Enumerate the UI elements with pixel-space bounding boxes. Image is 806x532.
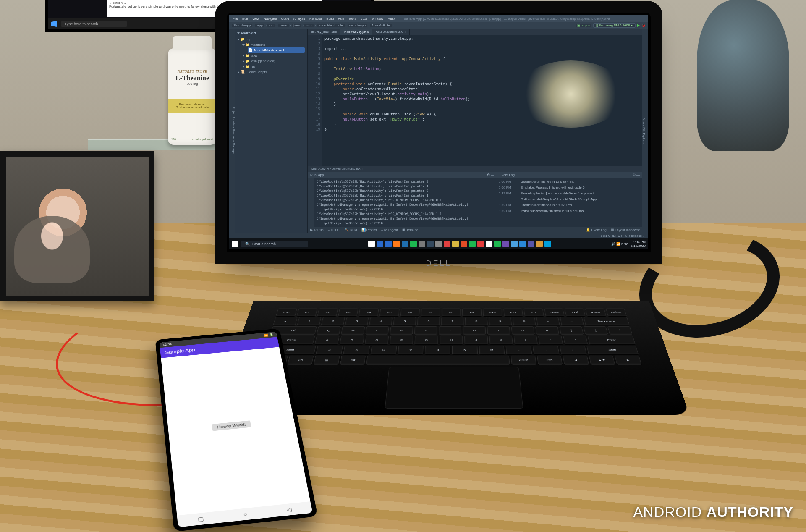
breadcrumb-item[interactable]: app	[255, 24, 264, 27]
menu-vcs[interactable]: VCS	[360, 17, 367, 21]
menu-run[interactable]: Run	[338, 17, 344, 21]
run-panel[interactable]: Run: app⚙ — D/ViewRootImpl@537a52b[MainA…	[308, 172, 497, 227]
taskbar-app-icon[interactable]	[377, 241, 383, 247]
menu-edit[interactable]: Edit	[242, 17, 248, 21]
keyboard-key: F10	[483, 309, 502, 317]
taskbar-search-input[interactable]: 🔍 Start a search	[241, 241, 308, 247]
taskbar-app-icon[interactable]	[410, 241, 417, 247]
keyboard-key: 1	[297, 317, 321, 325]
editor-tab[interactable]: MainActivity.java	[340, 29, 372, 35]
breadcrumb-item[interactable]: java	[292, 24, 301, 27]
taskbar-app-icons[interactable]	[368, 241, 551, 247]
menu-help[interactable]: Help	[387, 17, 394, 21]
right-tool-strip[interactable]: Device File Explorer	[642, 29, 648, 233]
statue	[697, 0, 789, 151]
menu-refactor[interactable]: Refactor	[309, 17, 322, 21]
tool-tab[interactable]: 🔨 Build	[345, 228, 357, 232]
menu-tools[interactable]: Tools	[348, 17, 356, 21]
bottle-count: 120	[171, 138, 176, 141]
editor-tabs[interactable]: activity_main.xmlMainActivity.javaAndroi…	[308, 29, 642, 35]
taskbar-app-icon[interactable]	[427, 241, 434, 247]
event-log-entry[interactable]: 1:32 PMExecuting tasks: [:app:assembleDe…	[499, 191, 641, 202]
taskbar-clock[interactable]: 1:34 PM 6/12/2020	[631, 240, 646, 248]
tool-tab[interactable]: ≡ 6: Logcat	[381, 228, 398, 232]
nav-recent-icon[interactable]: ▢	[197, 516, 204, 522]
taskbar-app-icon[interactable]	[402, 241, 408, 247]
taskbar-app-icon[interactable]	[519, 241, 526, 247]
taskbar-app-icon[interactable]	[528, 241, 534, 247]
keyboard-key: D	[364, 336, 389, 345]
hello-button[interactable]: Howdy World!	[212, 420, 251, 431]
code-text[interactable]: package com.androidauthority.sampleapp; …	[322, 35, 642, 166]
taskbar-app-icon[interactable]	[536, 241, 543, 247]
taskbar-app-icon[interactable]	[486, 241, 492, 247]
settings-icon[interactable]: ⚙ —	[487, 172, 494, 178]
tool-tab[interactable]: ▦ Layout Inspector	[611, 228, 640, 232]
taskbar-app-icon[interactable]	[469, 241, 476, 247]
ide-toolbar[interactable]: SampleApp › app › src › main › java › co…	[229, 22, 648, 29]
taskbar-app-icon[interactable]	[477, 241, 484, 247]
tool-tab[interactable]: 🔔 Event Log	[586, 228, 606, 232]
event-log-panel[interactable]: Event Log⚙ — 1:06 PMGradle build finishe…	[497, 172, 642, 227]
breadcrumb-item[interactable]: androidauthority	[317, 24, 344, 27]
tree-item-manifest[interactable]: 📄 AndroidManifest.xml	[248, 47, 305, 53]
code-editor[interactable]: 1 2 3 4 5 6 7 8 9 10 11 12 13 14 15 16 1…	[308, 35, 642, 166]
breadcrumb[interactable]: SampleApp › app › src › main › java › co…	[232, 24, 394, 27]
windows-taskbar[interactable]: 🔍 Start a search 🔊 📶 ENG 1:34 PM 6/12/20…	[229, 238, 648, 249]
editor-breadcrumb[interactable]: MainActivity › onHelloButtonClick()	[308, 166, 642, 172]
project-tree[interactable]: Android ▾ 📁 app 📁 manifests 📄 AndroidMan…	[235, 29, 308, 233]
taskbar-app-icon[interactable]	[511, 241, 518, 247]
tool-tab[interactable]: ▣ Terminal	[402, 228, 419, 232]
taskbar-app-icon[interactable]	[452, 241, 459, 247]
editor-tab[interactable]: activity_main.xml	[308, 29, 340, 35]
run-gutter[interactable]	[308, 178, 314, 227]
run-button-icon[interactable]: ▶	[637, 24, 640, 27]
breadcrumb-item[interactable]: MainActivity	[370, 24, 392, 27]
taskbar-app-icon[interactable]	[461, 241, 467, 247]
event-log-entry[interactable]: 1:32 PMGradle build finished in 6 s 370 …	[499, 202, 641, 208]
keyboard-key: F2	[317, 309, 338, 317]
breadcrumb-item[interactable]: main	[278, 24, 289, 27]
taskbar-app-icon[interactable]	[502, 241, 509, 247]
bottom-tool-tabs[interactable]: ▶ 4: Run≡ TODO🔨 Build📊 Profiler≡ 6: Logc…	[308, 227, 642, 233]
breadcrumb-item[interactable]: com	[304, 24, 314, 27]
settings-icon[interactable]: ⚙ —	[633, 172, 640, 178]
menu-analyze[interactable]: Analyze	[293, 17, 305, 21]
nav-home-icon[interactable]: ○	[243, 511, 248, 518]
menu-navigate[interactable]: Navigate	[264, 17, 277, 21]
menu-view[interactable]: View	[252, 17, 259, 21]
taskbar-app-icon[interactable]	[494, 241, 501, 247]
event-log-entry[interactable]: 1:06 PMEmulator: Process finished with e…	[499, 185, 641, 191]
menu-code[interactable]: Code	[281, 17, 289, 21]
editor-tab[interactable]: AndroidManifest.xml	[372, 29, 410, 35]
windows-start-icon[interactable]	[51, 21, 57, 27]
event-log-entry[interactable]: 1:32 PMInstall successfully finished in …	[499, 208, 641, 214]
tool-tab[interactable]: ▶ 4: Run	[310, 228, 324, 232]
menu-file[interactable]: File	[233, 17, 238, 21]
secondary-search-input[interactable]: Type here to search	[61, 21, 127, 27]
taskbar-app-icon[interactable]	[544, 241, 551, 247]
taskbar-app-icon[interactable]	[419, 241, 425, 247]
run-log[interactable]: D/ViewRootImpl@537a52b[MainActivity]: Vi…	[314, 178, 497, 227]
windows-start-icon[interactable]	[232, 241, 238, 247]
breadcrumb-item[interactable]: SampleApp	[232, 24, 252, 27]
breadcrumb-item[interactable]: sampleapp	[348, 24, 367, 27]
tool-tab[interactable]: ≡ TODO	[328, 228, 340, 232]
run-config-selector[interactable]: ▣ app ▾	[576, 24, 591, 27]
ide-menubar[interactable]: FileEditViewNavigateCodeAnalyzeRefactorB…	[229, 15, 648, 22]
left-tool-strip[interactable]: Project Structure Resource Manager	[229, 29, 235, 233]
event-log-entry[interactable]: 1:06 PMGradle build finished in 12 s 874…	[499, 179, 641, 185]
system-tray[interactable]: 🔊 📶 ENG 1:34 PM 6/12/2020	[611, 240, 646, 248]
menu-build[interactable]: Build	[326, 17, 334, 21]
nav-back-icon[interactable]: ◁	[286, 506, 292, 513]
taskbar-app-icon[interactable]	[435, 241, 442, 247]
tool-tab[interactable]: 📊 Profiler	[361, 228, 377, 232]
taskbar-app-icon[interactable]	[368, 241, 375, 247]
taskbar-app-icon[interactable]	[444, 241, 450, 247]
taskbar-app-icon[interactable]	[393, 241, 400, 247]
taskbar-app-icon[interactable]	[385, 241, 392, 247]
breadcrumb-item[interactable]: src	[267, 24, 275, 27]
device-selector[interactable]: ▯ Samsung SM-N960F ▾	[593, 23, 636, 28]
debug-button-icon[interactable]: 🐞	[641, 24, 646, 27]
menu-window[interactable]: Window	[372, 17, 383, 21]
